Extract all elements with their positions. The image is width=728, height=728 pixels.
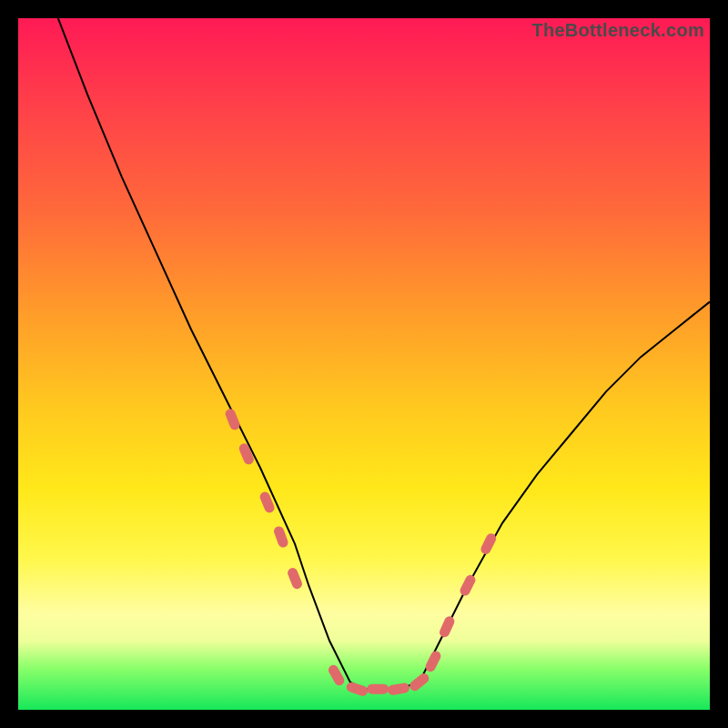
overlay-point — [480, 531, 499, 555]
overlay-point — [438, 615, 456, 639]
chart-svg — [18, 18, 710, 710]
curve-layer — [18, 0, 710, 689]
overlay-point — [408, 672, 431, 693]
overlay-point — [459, 573, 478, 597]
overlay-point — [424, 650, 443, 673]
overlay-point — [345, 681, 369, 697]
overlay-point — [367, 684, 389, 694]
overlay-point — [286, 566, 303, 590]
overlay-points-layer — [224, 408, 498, 698]
bottleneck-curve — [18, 0, 710, 689]
overlay-point — [258, 490, 276, 514]
chart-frame: TheBottleneck.com — [18, 18, 710, 710]
overlay-point — [224, 408, 241, 431]
overlay-point — [387, 682, 410, 696]
